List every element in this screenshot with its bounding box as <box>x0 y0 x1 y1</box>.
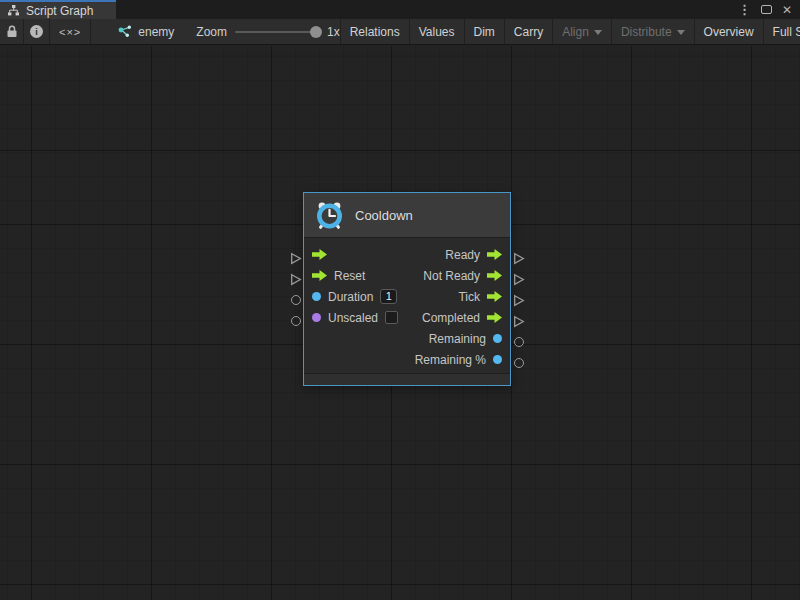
zoom-slider-handle[interactable] <box>310 26 322 38</box>
lock-button[interactable] <box>0 19 24 44</box>
distribute-label: Distribute <box>621 25 672 39</box>
window-controls: ⋮ ✕ <box>738 0 800 19</box>
connector-triangle[interactable] <box>513 315 525 328</box>
tab-title: Script Graph <box>26 4 93 18</box>
value-output-port-remaining[interactable] <box>493 334 502 343</box>
flow-output-port-tick[interactable] <box>487 291 502 302</box>
cooldown-node[interactable]: Cooldown Ready <box>303 192 511 386</box>
cooldown-node-body: Ready Reset Not Ready <box>304 238 510 373</box>
connector-circle[interactable] <box>514 337 524 347</box>
port-row: Ready <box>304 244 510 265</box>
values-button[interactable]: Values <box>410 19 465 44</box>
dim-label: Dim <box>474 25 495 39</box>
value-output-port-remaining-percent[interactable] <box>493 355 502 364</box>
script-graph-window: Script Graph ⋮ ✕ i <×> <box>0 0 800 600</box>
overview-label: Overview <box>704 25 754 39</box>
duration-input[interactable]: 1 <box>380 289 397 304</box>
connector-triangle[interactable] <box>290 252 302 265</box>
node-title: Cooldown <box>355 208 413 223</box>
dim-button[interactable]: Dim <box>465 19 505 44</box>
port-label: Remaining % <box>415 353 486 367</box>
graph-name-label: enemy <box>138 25 174 39</box>
code-toggle-button[interactable]: <×> <box>50 19 91 44</box>
cooldown-node-header[interactable]: Cooldown <box>304 193 510 238</box>
relations-label: Relations <box>350 25 400 39</box>
port-row: Remaining % <box>304 349 510 370</box>
port-label: Unscaled <box>328 311 378 325</box>
port-label: Ready <box>445 248 480 262</box>
unscaled-checkbox[interactable] <box>385 311 398 324</box>
zoom-control: Zoom 1x <box>196 19 339 44</box>
flow-input-port-reset[interactable] <box>312 270 327 281</box>
tab-bar: Script Graph ⋮ ✕ <box>0 0 800 19</box>
port-label: Not Ready <box>423 269 480 283</box>
zoom-slider[interactable] <box>235 31 319 33</box>
toolbar-right-buttons: Relations Values Dim Carry Align Distrib… <box>340 19 800 44</box>
port-row: Reset Not Ready <box>304 265 510 286</box>
distribute-dropdown[interactable]: Distribute <box>612 19 695 44</box>
chevron-down-icon <box>677 30 685 35</box>
graph-breadcrumb-icon <box>117 25 132 38</box>
graph-breadcrumb[interactable]: enemy <box>117 19 174 44</box>
chevron-down-icon <box>594 30 602 35</box>
flow-output-port-ready[interactable] <box>487 249 502 260</box>
code-toggle-icon: <×> <box>59 26 81 38</box>
alarm-clock-icon <box>314 200 345 231</box>
lock-icon <box>6 25 18 38</box>
port-row: Remaining <box>304 328 510 349</box>
connector-circle[interactable] <box>291 295 301 305</box>
value-input-port-unscaled[interactable] <box>312 313 321 322</box>
tab-script-graph[interactable]: Script Graph <box>0 0 116 19</box>
port-label: Remaining <box>429 332 486 346</box>
port-row: Duration 1 Tick <box>304 286 510 307</box>
port-label: Completed <box>422 311 480 325</box>
port-row: Unscaled Completed <box>304 307 510 328</box>
flow-output-port-not-ready[interactable] <box>487 270 502 281</box>
connector-circle[interactable] <box>514 358 524 368</box>
fullscreen-label: Full Screen <box>773 25 800 39</box>
relations-button[interactable]: Relations <box>340 19 410 44</box>
connector-triangle[interactable] <box>290 273 302 286</box>
connector-triangle[interactable] <box>513 294 525 307</box>
close-icon[interactable]: ✕ <box>782 4 792 16</box>
connector-triangle[interactable] <box>513 273 525 286</box>
port-label: Tick <box>458 290 480 304</box>
connector-triangle[interactable] <box>513 252 525 265</box>
carry-label: Carry <box>514 25 543 39</box>
info-icon: i <box>30 25 43 38</box>
flow-input-port[interactable] <box>312 249 327 260</box>
carry-button[interactable]: Carry <box>505 19 553 44</box>
port-label: Duration <box>328 290 373 304</box>
script-graph-icon <box>7 5 20 16</box>
graph-toolbar: i <×> enemy Zoom 1x <box>0 19 800 45</box>
flow-output-port-completed[interactable] <box>487 312 502 323</box>
zoom-value-label: 1x <box>327 25 340 39</box>
port-label: Reset <box>334 269 365 283</box>
maximize-icon[interactable] <box>761 5 772 14</box>
fullscreen-button[interactable]: Full Screen <box>764 19 800 44</box>
info-button[interactable]: i <box>24 19 50 44</box>
zoom-label: Zoom <box>196 25 227 39</box>
value-input-port-duration[interactable] <box>312 292 321 301</box>
more-menu-icon[interactable]: ⋮ <box>738 3 751 16</box>
graph-canvas[interactable]: Cooldown Ready <box>0 46 800 600</box>
connector-circle[interactable] <box>291 316 301 326</box>
overview-button[interactable]: Overview <box>695 19 764 44</box>
values-label: Values <box>419 25 455 39</box>
align-dropdown[interactable]: Align <box>553 19 612 44</box>
cooldown-node-footer <box>304 373 510 385</box>
align-label: Align <box>562 25 589 39</box>
